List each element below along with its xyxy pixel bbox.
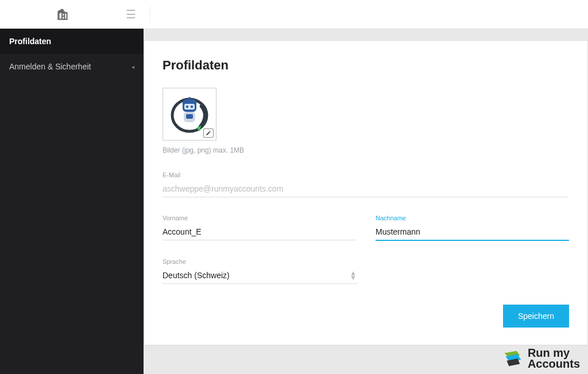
language-select[interactable] [163,267,358,284]
sidebar: Profildaten Anmelden & Sicherheit ◂ [0,29,144,374]
lastname-label: Nachname [376,215,569,221]
sidebar-item-label: Profildaten [9,37,51,46]
image-hint: Bilder (jpg, png) max. 1MB [163,146,569,154]
svg-point-3 [186,106,188,108]
firstname-label: Vorname [163,215,356,221]
svg-point-5 [188,97,191,99]
building-icon [55,7,70,22]
brand-footer: Run my Accounts [501,348,580,369]
avatar [163,88,216,141]
menu-toggle-icon[interactable]: ☰ [115,9,146,20]
topbar: ☰ [0,0,588,29]
content-area: Profildaten Bilder (jp [144,29,588,374]
form-actions: Speichern [163,305,569,328]
brand-logo-icon [501,348,523,369]
brand-line2: Accounts [528,359,580,369]
sidebar-item-anmelden-sicherheit[interactable]: Anmelden & Sicherheit ◂ [0,54,144,79]
firstname-field[interactable] [163,224,356,240]
email-field-group: E-Mail [163,172,568,197]
email-field [163,181,568,197]
avatar-edit-button[interactable] [203,128,214,138]
language-label: Sprache [163,258,358,265]
page-title: Profildaten [163,58,569,73]
firstname-field-group: Vorname [163,215,356,241]
svg-rect-2 [184,104,195,110]
svg-rect-7 [186,114,193,119]
sidebar-item-profildaten[interactable]: Profildaten [0,29,144,54]
brand-logo-area [9,7,115,22]
lastname-field[interactable] [376,224,569,241]
svg-point-4 [191,106,193,108]
lastname-field-group: Nachname [376,215,569,241]
sidebar-item-label: Anmelden & Sicherheit [9,62,91,71]
chevron-left-icon: ◂ [131,64,134,70]
language-field-group: Sprache ▲▼ [163,258,358,284]
edit-icon [206,130,211,136]
name-row: Vorname Nachname [163,197,569,241]
profile-card: Profildaten Bilder (jp [144,40,588,345]
sort-icon: ▲▼ [350,271,357,280]
divider [150,6,150,22]
save-button[interactable]: Speichern [503,305,569,328]
email-label: E-Mail [163,172,568,178]
